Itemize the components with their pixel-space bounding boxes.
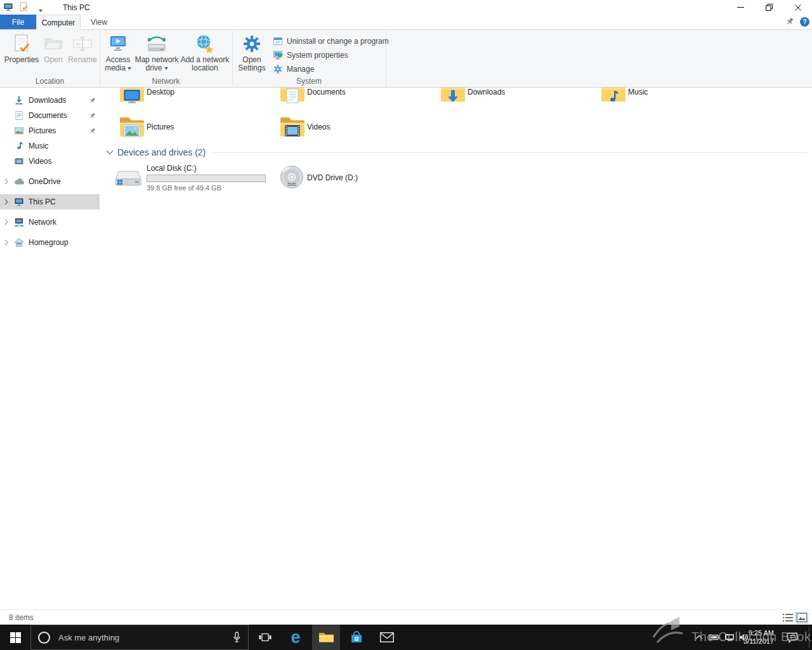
drive-tile-dvd-d[interactable]: DVD DVD Drive (D:) (268, 162, 427, 196)
taskbar-clock[interactable]: 9:25 AM 3/11/2017 (736, 629, 774, 646)
tray-show-hidden-icons-button[interactable] (691, 625, 707, 650)
task-view-icon (259, 632, 272, 642)
devices-group-header[interactable]: Devices and drives (2) (106, 146, 807, 159)
navigation-pane: Downloads Documents Pictures Music Video… (0, 88, 100, 609)
videos-folder-icon (280, 114, 305, 140)
devices-group-title: Devices and drives (2) (117, 147, 206, 157)
close-button[interactable] (783, 0, 812, 15)
svg-text:DVD: DVD (287, 182, 296, 187)
properties-button[interactable]: Properties (4, 32, 39, 83)
start-button[interactable] (0, 625, 30, 650)
network-icon (13, 217, 25, 227)
chevron-up-icon (695, 635, 703, 640)
large-icons-view-icon (797, 613, 807, 622)
edge-button[interactable]: e (282, 625, 310, 650)
expand-chevron-icon[interactable] (2, 199, 11, 205)
sidebar-item-documents[interactable]: Documents (0, 108, 100, 123)
open-button[interactable]: Open (39, 32, 67, 83)
item-count: 8 items (9, 613, 34, 622)
music-note-glyph-icon (608, 90, 619, 103)
minimize-icon (737, 4, 744, 11)
restore-icon (766, 4, 773, 11)
tray-battery-button[interactable] (707, 625, 722, 650)
sidebar-item-homegroup[interactable]: Homegroup (0, 235, 100, 250)
sidebar-item-music[interactable]: Music (0, 138, 100, 154)
map-network-drive-button[interactable]: Map networkdrive (134, 32, 179, 83)
clock-date: 3/11/2017 (736, 637, 774, 646)
folder-tile-videos[interactable]: Videos (268, 109, 423, 145)
expand-chevron-icon[interactable] (2, 178, 11, 185)
pin-icon (89, 97, 96, 104)
folder-tile-music[interactable]: Music (589, 88, 744, 110)
large-icons-view-button[interactable] (796, 612, 808, 623)
hard-drive-icon (114, 166, 142, 191)
access-media-button[interactable]: Accessmedia (102, 32, 134, 83)
system-properties-button[interactable]: System properties (269, 49, 352, 62)
uninstall-program-button[interactable]: Uninstall or change a program (269, 35, 393, 48)
chevron-down-icon (39, 10, 43, 12)
microphone-icon[interactable] (233, 632, 240, 643)
pin-icon (89, 112, 96, 119)
folder-tile-downloads[interactable]: Downloads (429, 88, 584, 110)
folder-tile-documents[interactable]: Documents (268, 88, 423, 110)
manage-button[interactable]: Manage (269, 63, 318, 76)
expand-chevron-icon[interactable] (2, 239, 11, 246)
action-center-button[interactable] (779, 625, 806, 650)
battery-icon (709, 634, 720, 640)
tab-view[interactable]: View (81, 15, 117, 29)
uninstall-program-icon (273, 36, 283, 46)
details-view-button[interactable] (782, 612, 794, 623)
titlebar: This PC (0, 0, 812, 15)
task-view-button[interactable] (251, 625, 279, 650)
drive-free-space: 39.8 GB free of 49.4 GB (147, 184, 221, 192)
pin-icon (89, 128, 96, 135)
minimize-button[interactable] (726, 0, 755, 15)
document-glyph-icon (286, 88, 299, 103)
window-title: This PC (63, 3, 90, 12)
open-folder-icon (43, 34, 63, 54)
show-desktop-button[interactable] (809, 627, 809, 647)
sidebar-item-downloads[interactable]: Downloads (0, 93, 100, 108)
sidebar-item-pictures[interactable]: Pictures (0, 123, 100, 138)
expand-chevron-icon[interactable] (2, 219, 11, 225)
folder-tile-pictures[interactable]: Pictures (108, 109, 263, 145)
tab-file[interactable]: File (0, 15, 36, 29)
folder-tile-desktop[interactable]: Desktop (108, 88, 263, 110)
add-network-location-button[interactable]: Add a networklocation (180, 32, 230, 83)
dropdown-arrow-icon (128, 67, 131, 70)
tray-network-button[interactable] (722, 625, 737, 650)
filmstrip-glyph-icon (284, 124, 301, 137)
windows-logo-icon (10, 632, 21, 643)
drive-tile-local-disk-c[interactable]: Local Disk (C:) 39.8 GB free of 49.4 GB (108, 162, 266, 196)
pictures-folder-icon (119, 114, 145, 140)
sidebar-item-onedrive[interactable]: OneDrive (0, 174, 100, 189)
file-explorer-button[interactable] (312, 625, 340, 650)
network-status-icon (724, 633, 735, 641)
store-icon (350, 630, 363, 644)
taskbar-search-input[interactable]: Ask me anything (30, 625, 249, 650)
mail-button[interactable] (373, 625, 401, 650)
pictures-icon (13, 126, 25, 136)
dropdown-arrow-icon (164, 67, 168, 70)
rename-button[interactable]: ab Rename (67, 32, 98, 83)
open-settings-button[interactable]: OpenSettings (236, 32, 268, 83)
photo-glyph-icon (124, 124, 140, 137)
disk-capacity-bar (147, 175, 266, 182)
tab-computer[interactable]: Computer (36, 15, 81, 30)
store-button[interactable] (343, 625, 370, 650)
edge-icon: e (291, 629, 300, 646)
restore-button[interactable] (755, 0, 783, 15)
help-icon[interactable]: ? (800, 17, 809, 27)
pin-ribbon-icon[interactable] (785, 17, 794, 26)
close-icon (795, 4, 801, 11)
sidebar-item-network[interactable]: Network (0, 215, 100, 230)
ribbon: Properties Open ab Rename Location Acces… (0, 30, 812, 88)
settings-gear-icon (242, 34, 262, 54)
clock-time: 9:25 AM (736, 629, 774, 637)
sidebar-item-videos[interactable]: Videos (0, 154, 100, 169)
qat-properties-button[interactable] (19, 2, 29, 12)
sidebar-item-this-pc[interactable]: This PC (0, 194, 100, 209)
file-list-area: Desktop Documents Downloads Music (100, 88, 812, 609)
status-bar: 8 items (0, 609, 812, 625)
dvd-disc-icon: DVD (279, 164, 304, 190)
